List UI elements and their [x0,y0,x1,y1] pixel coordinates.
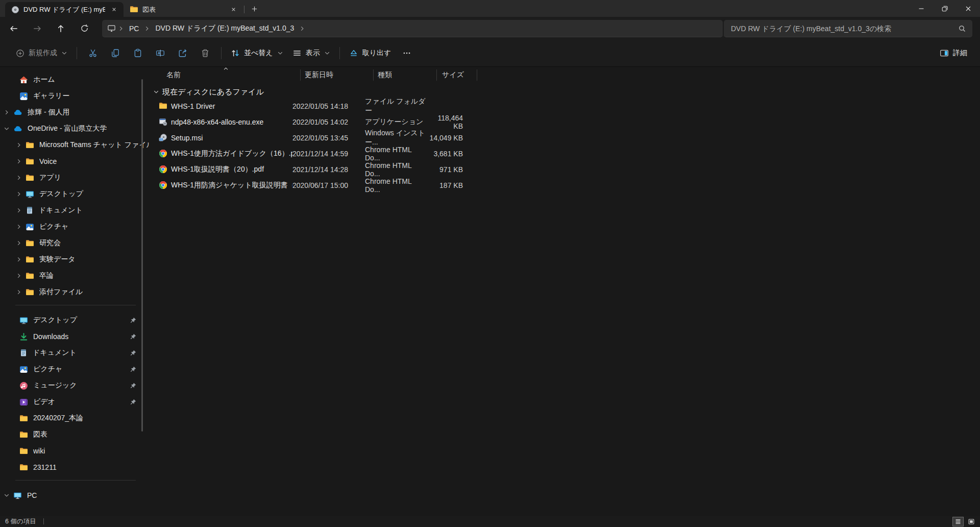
pin-icon [129,317,137,324]
tab-close-icon[interactable] [229,5,238,14]
chevron-right-icon[interactable] [15,240,22,246]
close-button[interactable] [957,0,980,17]
file-size: 3,681 KB [428,150,463,158]
sort-button[interactable]: 並べ替え [226,44,288,62]
sidebar-item-label: 231211 [33,463,149,471]
more-button[interactable] [396,44,418,62]
sidebar-item[interactable]: ピクチャ [0,220,149,233]
sidebar-item[interactable]: ビデオ [0,395,149,409]
column-header-date[interactable]: 更新日時 [301,69,374,81]
sidebar-item[interactable]: Downloads [0,330,149,343]
eject-button[interactable]: 取り出す [345,44,396,62]
address-bar[interactable]: PCDVD RW ドライブ (E:) myBeat_std_v1.0_3 [102,20,723,37]
sidebar-item[interactable]: 実験データ [0,253,149,266]
sidebar-item[interactable]: ギャラリー [0,89,149,103]
folder-icon [26,174,34,182]
sidebar-item[interactable]: 研究会 [0,236,149,250]
file-type: Windows インストー... [365,129,428,147]
details-pane-button[interactable]: 詳細 [935,44,972,62]
chevron-right-icon[interactable] [15,256,22,262]
tab-close-icon[interactable] [109,5,118,14]
folder-icon [26,141,34,150]
file-row[interactable]: WHS-1取扱説明書（20）.pdf2021/12/14 14:28Chrome… [153,161,980,177]
view-icon [292,49,302,58]
sidebar-item[interactable]: ドキュメント [0,346,149,360]
sidebar-item[interactable]: PC [0,489,149,502]
back-button[interactable] [4,20,23,37]
sidebar-item[interactable]: wiki [0,444,149,458]
file-row[interactable]: Setup.msi2022/01/05 13:45Windows インストー..… [153,130,980,146]
sidebar-item[interactable]: Microsoft Teams チャット ファイル [0,138,149,152]
file-row[interactable]: ndp48-x86-x64-allos-enu.exe2022/01/05 14… [153,114,980,130]
sidebar-scrollbar[interactable] [141,79,143,432]
new-button[interactable]: 新規作成 [11,44,72,62]
chevron-right-icon[interactable] [15,142,22,148]
chevron-right-icon[interactable] [3,109,10,115]
breadcrumb-item[interactable]: PC [126,23,142,34]
document-icon [19,349,28,357]
sidebar-item[interactable]: デスクトップ [0,187,149,201]
file-row[interactable]: WHS-1使用方法ガイドブック（16）.pdf2021/12/14 14:59C… [153,146,980,161]
up-button[interactable] [51,20,70,37]
file-name: WHS-1使用方法ガイドブック（16）.pdf [171,149,292,158]
sidebar-item[interactable]: Voice [0,155,149,168]
share-button[interactable] [172,44,194,62]
sidebar-item[interactable]: 231211 [0,461,149,474]
sidebar-item[interactable]: 添付ファイル [0,285,149,299]
folder-icon [19,447,28,456]
copy-button[interactable] [104,44,127,62]
sidebar-item[interactable]: ホーム [0,73,149,86]
chevron-down-icon[interactable] [3,492,10,498]
paste-button[interactable] [127,44,149,62]
chevron-right-icon[interactable] [15,175,22,181]
chevron-right-icon[interactable] [15,224,22,230]
details-label: 詳細 [953,49,967,58]
view-label: 表示 [306,49,320,58]
new-label: 新規作成 [29,49,57,58]
new-tab-button[interactable] [248,2,261,15]
sort-label: 並べ替え [244,49,273,58]
sidebar-item[interactable]: ドキュメント [0,204,149,217]
sidebar-item[interactable]: 捺輝 - 個人用 [0,106,149,119]
sidebar-item[interactable]: OneDrive - 富山県立大学 [0,122,149,135]
restore-button[interactable] [933,0,957,17]
sidebar-item[interactable]: 卒論 [0,269,149,282]
chevron-right-icon[interactable] [15,158,22,164]
group-header[interactable]: 現在ディスクにあるファイル [153,85,264,99]
sidebar-item[interactable]: 図表 [0,428,149,441]
details-view-button[interactable] [952,517,964,526]
rename-button[interactable] [149,44,172,62]
sidebar-item-label: 実験データ [39,255,149,264]
chevron-right-icon[interactable] [15,191,22,197]
thumbnail-view-button[interactable] [966,517,977,526]
view-button[interactable]: 表示 [288,44,335,62]
browser-tab-active[interactable]: DVD RW ドライブ (E:) myBeat_st [5,2,124,17]
forward-button[interactable] [28,20,47,37]
breadcrumb-item[interactable]: DVD RW ドライブ (E:) myBeat_std_v1.0_3 [152,23,297,34]
chevron-right-icon[interactable] [15,273,22,279]
sidebar-item[interactable]: ミュージック [0,379,149,392]
chevron-right-icon[interactable] [15,207,22,213]
minimize-button[interactable] [910,0,933,17]
chevron-right-icon[interactable] [15,289,22,295]
sidebar-item[interactable]: ピクチャ [0,363,149,376]
window-controls [910,0,980,17]
search-icon[interactable] [958,25,972,33]
view-mode-buttons [952,517,977,526]
refresh-button[interactable] [75,20,94,37]
file-row[interactable]: WHS-1用防滴ジャケット取扱説明書（2）.p...2020/06/17 15:… [153,177,980,193]
delete-button[interactable] [194,44,216,62]
search-input[interactable] [724,25,958,33]
chevron-down-icon[interactable] [3,126,10,132]
cut-button[interactable] [82,44,104,62]
tabs: DVD RW ドライブ (E:) myBeat_st図表 [0,0,243,17]
command-bar-left: 新規作成 並べ替え 表示 取り出す [0,44,418,62]
column-header-type[interactable]: 種類 [374,69,437,81]
sidebar-item[interactable]: アプリ [0,171,149,184]
file-row[interactable]: WHS-1 Driver2022/01/05 14:18ファイル フォルダー [153,98,980,114]
share-icon [178,49,187,58]
browser-tab-inactive[interactable]: 図表 [124,2,243,17]
sidebar-item[interactable]: 20240207_本論 [0,412,149,425]
sidebar-item[interactable]: デスクトップ [0,314,149,327]
column-header-size[interactable]: サイズ [437,69,477,81]
